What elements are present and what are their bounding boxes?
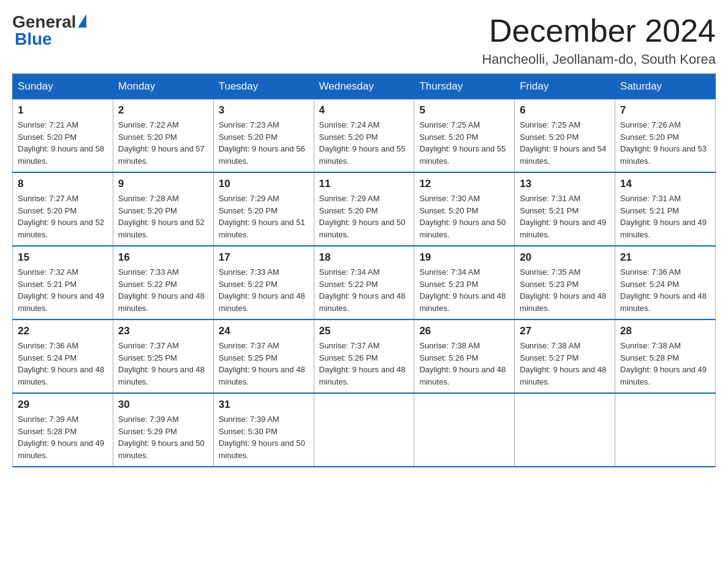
calendar-cell: 18 Sunrise: 7:34 AMSunset: 5:22 PMDaylig…: [314, 246, 414, 320]
logo-triangle-icon: [78, 14, 86, 28]
calendar-week-3: 15 Sunrise: 7:32 AMSunset: 5:21 PMDaylig…: [13, 246, 716, 320]
day-number: 6: [520, 104, 610, 117]
day-number: 28: [620, 325, 710, 337]
calendar-week-5: 29 Sunrise: 7:39 AMSunset: 5:28 PMDaylig…: [13, 393, 716, 467]
calendar-cell: 16 Sunrise: 7:33 AMSunset: 5:22 PMDaylig…: [113, 246, 213, 320]
day-number: 12: [419, 178, 509, 190]
day-number: 31: [219, 399, 309, 411]
day-number: 17: [219, 251, 309, 264]
day-info: Sunrise: 7:39 AMSunset: 5:29 PMDaylight:…: [118, 415, 205, 460]
page-header: General Blue December 2024 Hancheolli, J…: [12, 12, 716, 67]
calendar-header-sunday: Sunday: [13, 74, 113, 99]
day-number: 10: [219, 178, 309, 190]
calendar-cell: 22 Sunrise: 7:36 AMSunset: 5:24 PMDaylig…: [13, 320, 113, 393]
calendar-cell: 21 Sunrise: 7:36 AMSunset: 5:24 PMDaylig…: [615, 246, 716, 320]
calendar-header-thursday: Thursday: [414, 74, 515, 99]
calendar-cell: 1 Sunrise: 7:21 AMSunset: 5:20 PMDayligh…: [13, 99, 113, 173]
calendar-cell: 31 Sunrise: 7:39 AMSunset: 5:30 PMDaylig…: [213, 393, 314, 467]
day-number: 11: [319, 178, 409, 190]
day-info: Sunrise: 7:23 AMSunset: 5:20 PMDaylight:…: [219, 120, 305, 166]
day-info: Sunrise: 7:26 AMSunset: 5:20 PMDaylight:…: [620, 120, 707, 166]
calendar-cell: 5 Sunrise: 7:25 AMSunset: 5:20 PMDayligh…: [414, 99, 515, 173]
calendar-header-friday: Friday: [515, 74, 615, 99]
day-number: 30: [118, 399, 208, 411]
day-number: 23: [118, 325, 208, 337]
day-number: 16: [118, 251, 208, 264]
calendar-cell: 23 Sunrise: 7:37 AMSunset: 5:25 PMDaylig…: [113, 320, 213, 393]
day-number: 14: [620, 178, 710, 190]
logo-blue-text: Blue: [12, 29, 52, 49]
day-info: Sunrise: 7:39 AMSunset: 5:28 PMDaylight:…: [18, 415, 104, 460]
day-info: Sunrise: 7:35 AMSunset: 5:23 PMDaylight:…: [520, 267, 606, 313]
calendar-cell: 8 Sunrise: 7:27 AMSunset: 5:20 PMDayligh…: [13, 172, 113, 246]
day-info: Sunrise: 7:29 AMSunset: 5:20 PMDaylight:…: [319, 194, 406, 239]
day-number: 26: [419, 325, 509, 337]
calendar-cell: 4 Sunrise: 7:24 AMSunset: 5:20 PMDayligh…: [314, 99, 414, 173]
day-number: 2: [118, 104, 208, 117]
calendar-cell: 27 Sunrise: 7:38 AMSunset: 5:27 PMDaylig…: [515, 320, 615, 393]
day-info: Sunrise: 7:37 AMSunset: 5:25 PMDaylight:…: [118, 341, 205, 386]
calendar-cell: 13 Sunrise: 7:31 AMSunset: 5:21 PMDaylig…: [515, 172, 615, 246]
calendar-cell: 29 Sunrise: 7:39 AMSunset: 5:28 PMDaylig…: [13, 393, 113, 467]
day-number: 20: [520, 251, 610, 264]
calendar-cell: 6 Sunrise: 7:25 AMSunset: 5:20 PMDayligh…: [515, 99, 615, 173]
calendar-week-1: 1 Sunrise: 7:21 AMSunset: 5:20 PMDayligh…: [13, 99, 716, 173]
day-info: Sunrise: 7:25 AMSunset: 5:20 PMDaylight:…: [520, 120, 606, 166]
calendar-cell: 25 Sunrise: 7:37 AMSunset: 5:26 PMDaylig…: [314, 320, 414, 393]
calendar-header-monday: Monday: [113, 74, 213, 99]
title-section: December 2024 Hancheolli, Jeollanam-do, …: [482, 12, 716, 67]
day-info: Sunrise: 7:38 AMSunset: 5:28 PMDaylight:…: [620, 341, 707, 386]
calendar-week-2: 8 Sunrise: 7:27 AMSunset: 5:20 PMDayligh…: [13, 172, 716, 246]
day-number: 1: [18, 104, 108, 117]
day-number: 25: [319, 325, 409, 337]
calendar-cell: [414, 393, 515, 467]
day-info: Sunrise: 7:24 AMSunset: 5:20 PMDaylight:…: [319, 120, 406, 166]
day-info: Sunrise: 7:34 AMSunset: 5:23 PMDaylight:…: [419, 267, 506, 313]
day-number: 21: [620, 251, 710, 264]
calendar-cell: 12 Sunrise: 7:30 AMSunset: 5:20 PMDaylig…: [414, 172, 515, 246]
calendar-cell: 14 Sunrise: 7:31 AMSunset: 5:21 PMDaylig…: [615, 172, 716, 246]
calendar-table: SundayMondayTuesdayWednesdayThursdayFrid…: [12, 74, 716, 467]
day-number: 19: [419, 251, 509, 264]
calendar-cell: [515, 393, 615, 467]
calendar-cell: 17 Sunrise: 7:33 AMSunset: 5:22 PMDaylig…: [213, 246, 314, 320]
day-info: Sunrise: 7:33 AMSunset: 5:22 PMDaylight:…: [219, 267, 305, 313]
calendar-cell: 26 Sunrise: 7:38 AMSunset: 5:26 PMDaylig…: [414, 320, 515, 393]
day-info: Sunrise: 7:37 AMSunset: 5:26 PMDaylight:…: [319, 341, 406, 386]
calendar-cell: 11 Sunrise: 7:29 AMSunset: 5:20 PMDaylig…: [314, 172, 414, 246]
calendar-cell: 10 Sunrise: 7:29 AMSunset: 5:20 PMDaylig…: [213, 172, 314, 246]
calendar-cell: 3 Sunrise: 7:23 AMSunset: 5:20 PMDayligh…: [213, 99, 314, 173]
day-number: 5: [419, 104, 509, 117]
day-number: 8: [18, 178, 108, 190]
calendar-header-wednesday: Wednesday: [314, 74, 414, 99]
calendar-cell: 7 Sunrise: 7:26 AMSunset: 5:20 PMDayligh…: [615, 99, 716, 173]
calendar-cell: 2 Sunrise: 7:22 AMSunset: 5:20 PMDayligh…: [113, 99, 213, 173]
subtitle: Hancheolli, Jeollanam-do, South Korea: [482, 52, 716, 67]
day-info: Sunrise: 7:21 AMSunset: 5:20 PMDaylight:…: [18, 120, 104, 166]
day-info: Sunrise: 7:25 AMSunset: 5:20 PMDaylight:…: [419, 120, 506, 166]
day-number: 22: [18, 325, 108, 337]
day-info: Sunrise: 7:32 AMSunset: 5:21 PMDaylight:…: [18, 267, 104, 313]
day-info: Sunrise: 7:36 AMSunset: 5:24 PMDaylight:…: [18, 341, 104, 386]
day-info: Sunrise: 7:27 AMSunset: 5:20 PMDaylight:…: [18, 194, 104, 239]
calendar-cell: 19 Sunrise: 7:34 AMSunset: 5:23 PMDaylig…: [414, 246, 515, 320]
day-info: Sunrise: 7:38 AMSunset: 5:26 PMDaylight:…: [419, 341, 506, 386]
day-number: 18: [319, 251, 409, 264]
calendar-cell: 24 Sunrise: 7:37 AMSunset: 5:25 PMDaylig…: [213, 320, 314, 393]
day-number: 4: [319, 104, 409, 117]
day-info: Sunrise: 7:22 AMSunset: 5:20 PMDaylight:…: [118, 120, 205, 166]
day-info: Sunrise: 7:33 AMSunset: 5:22 PMDaylight:…: [118, 267, 205, 313]
day-info: Sunrise: 7:38 AMSunset: 5:27 PMDaylight:…: [520, 341, 606, 386]
day-info: Sunrise: 7:29 AMSunset: 5:20 PMDaylight:…: [219, 194, 305, 239]
day-number: 9: [118, 178, 208, 190]
day-info: Sunrise: 7:31 AMSunset: 5:21 PMDaylight:…: [620, 194, 707, 239]
calendar-cell: 15 Sunrise: 7:32 AMSunset: 5:21 PMDaylig…: [13, 246, 113, 320]
day-number: 3: [219, 104, 309, 117]
page-title: December 2024: [482, 12, 716, 49]
calendar-header-row: SundayMondayTuesdayWednesdayThursdayFrid…: [13, 74, 716, 99]
day-number: 15: [18, 251, 108, 264]
logo: General Blue: [12, 12, 86, 49]
day-number: 7: [620, 104, 710, 117]
calendar-cell: [314, 393, 414, 467]
calendar-cell: 20 Sunrise: 7:35 AMSunset: 5:23 PMDaylig…: [515, 246, 615, 320]
